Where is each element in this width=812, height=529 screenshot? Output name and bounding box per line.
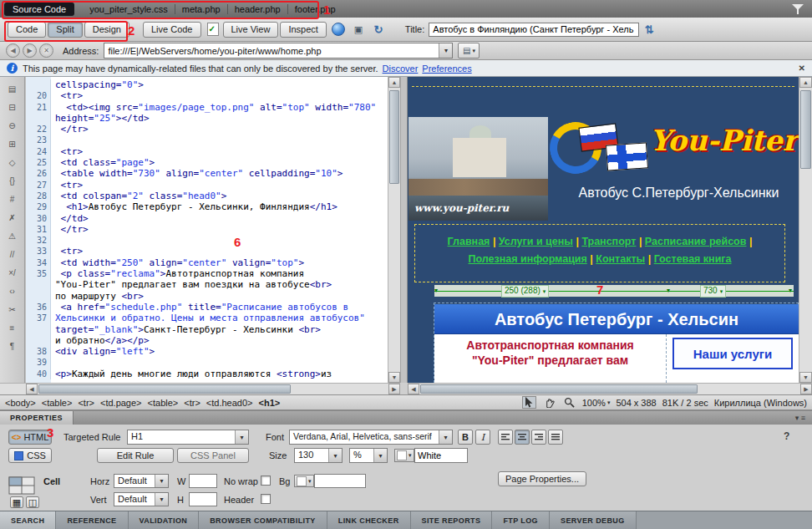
code-line[interactable]: 27 <tr> [26, 180, 388, 191]
tag-selector-item[interactable]: <td.page> [100, 398, 142, 408]
select-tool-icon[interactable] [522, 396, 536, 409]
code-line[interactable]: 30 </td> [26, 213, 388, 224]
split-view-button[interactable]: Split [48, 22, 82, 38]
panel-menu-icon[interactable]: ▾ ≡ [795, 414, 805, 422]
wrap-tag-icon[interactable]: ‹› [4, 286, 21, 297]
site-tagline[interactable]: Автобус С.Петербург-Хельсинки [562, 186, 795, 201]
align-left-button[interactable] [498, 430, 513, 445]
size-select[interactable]: 130 [294, 448, 343, 463]
collapse-selection-icon[interactable]: ⊖ [4, 120, 21, 131]
code-line[interactable]: 28 <td colspan="2" class="head0"> [26, 191, 388, 201]
nav-link[interactable]: Услуги и цены [499, 236, 573, 247]
apply-comment-icon[interactable]: // [4, 249, 21, 260]
cell-height-input[interactable] [189, 492, 217, 506]
tag-selector-item[interactable]: <tr> [184, 398, 200, 408]
scroll-right-icon[interactable]: ▶ [800, 384, 812, 394]
code-line[interactable]: target="_blank">Санкт-Петербург - Хельси… [26, 324, 388, 335]
design-view[interactable]: www.you-piter.ru You-Piter Автобус С.Пет… [408, 77, 799, 383]
design-horizontal-scrollbar[interactable]: ◀ ▶ [408, 383, 812, 394]
refresh-icon[interactable]: ↻ [371, 22, 386, 37]
check-browser-compatibility-icon[interactable] [206, 22, 221, 37]
code-line[interactable]: 38<div align="left"> [26, 346, 388, 357]
services-cell[interactable]: Наши услуги [667, 334, 799, 383]
page-heading[interactable]: Автобус Петербург - Хельсин [434, 304, 799, 334]
table-width-bar[interactable]: ▾ ▾ ▾ 250 (288) 730 [434, 285, 794, 297]
column-width-menu[interactable]: 250 (288) [501, 285, 549, 298]
size-unit-select[interactable]: % [349, 448, 388, 463]
code-line[interactable]: 22 </tr> [26, 124, 388, 135]
tag-selector-item[interactable]: <td.head0> [206, 398, 253, 408]
code-line[interactable]: 33 <tr> [26, 246, 388, 257]
code-line[interactable]: 21 <td><img src="images/page_top.png" al… [26, 102, 388, 113]
results-tab[interactable]: BROWSER COMPATIBILITY [199, 511, 327, 529]
hand-tool-icon[interactable] [542, 396, 556, 409]
code-line[interactable]: 39 [26, 357, 388, 368]
close-info-bar-icon[interactable]: ✕ [799, 64, 805, 73]
results-tab[interactable]: SEARCH [0, 511, 56, 529]
tag-selector-item[interactable]: <h1> [259, 398, 281, 408]
collapse-full-tag-icon[interactable]: ⊟ [4, 102, 21, 113]
code-line[interactable]: 26 <table width="730" align="center" cel… [26, 168, 388, 179]
promo-line-2[interactable]: "You-Piter" предлагает вам [434, 354, 666, 367]
font-select[interactable]: Verdana, Arial, Helvetica, sans-serif [289, 430, 453, 445]
recent-snippets-icon[interactable]: ✂ [4, 304, 21, 315]
site-files-icon[interactable]: ▣ [351, 22, 366, 37]
page-properties-button[interactable]: Page Properties... [498, 471, 586, 486]
code-line[interactable]: и обратно</a></p> [26, 335, 388, 346]
tag-selector-item[interactable]: <tr> [78, 398, 94, 408]
scroll-down-icon[interactable]: ▼ [388, 372, 400, 383]
page-heading-cell[interactable]: Автобус Петербург - Хельсин [434, 304, 799, 334]
browse-files-icon[interactable]: ▤ [458, 43, 480, 58]
header-checkbox[interactable] [261, 494, 271, 504]
scroll-up-icon[interactable]: ▲ [799, 77, 812, 88]
related-file-tab[interactable]: footer.php [295, 4, 336, 14]
edit-rule-button[interactable]: Edit Rule [97, 448, 174, 463]
code-line[interactable]: по маршруту <br> [26, 291, 388, 302]
code-line[interactable]: 23 [26, 135, 388, 145]
scroll-right-icon[interactable]: ▶ [388, 384, 400, 394]
bg-color-input[interactable] [314, 474, 366, 488]
scroll-thumb[interactable] [420, 384, 698, 394]
merge-cells-icon[interactable]: ▦ [10, 496, 23, 508]
scroll-down-icon[interactable]: ▼ [799, 372, 812, 383]
scroll-up-icon[interactable]: ▲ [388, 77, 400, 88]
code-line[interactable]: 24 <tr> [26, 146, 388, 157]
code-line[interactable]: "You-Piter" предлагает вам поездки на ав… [26, 279, 388, 290]
related-file-tab[interactable]: you_piter_style.css [89, 4, 168, 14]
code-line[interactable]: 40<p>Каждый день многие люди отправляютс… [26, 369, 388, 379]
results-tab[interactable]: VALIDATION [129, 511, 200, 529]
horz-select[interactable]: Default [114, 474, 169, 488]
forward-icon[interactable]: ▶ [23, 43, 37, 58]
code-vertical-scrollbar[interactable]: ▲ ▼ [388, 77, 400, 383]
code-line[interactable]: 20 <tr> [26, 90, 388, 101]
site-nav-cell[interactable]: Главная | Услуги и цены | Транспорт | Ра… [414, 224, 785, 282]
scroll-thumb[interactable] [389, 90, 399, 184]
design-view-button[interactable]: Design [84, 22, 129, 38]
promo-line-1[interactable]: Автотранспортная компания [434, 338, 666, 352]
services-heading[interactable]: Наши услуги [672, 338, 793, 369]
code-line[interactable]: 37Хельсинки и обратно. Цены и места отпр… [26, 313, 388, 323]
cell-width-input[interactable] [189, 474, 217, 488]
split-cell-icon[interactable]: ◫ [26, 496, 39, 508]
code-line[interactable]: 25 <td class="page"> [26, 157, 388, 168]
targeted-rule-select[interactable]: H1 [127, 430, 249, 445]
table-width-menu[interactable]: 730 [700, 285, 726, 298]
vert-select[interactable]: Default [114, 492, 169, 506]
window-size-indicator[interactable]: 504 x 388 [616, 398, 656, 408]
scroll-thumb[interactable] [800, 90, 811, 169]
code-line[interactable]: 31 </tr> [26, 224, 388, 235]
scroll-left-icon[interactable]: ◀ [26, 384, 38, 394]
select-parent-tag-icon[interactable]: ◇ [4, 157, 21, 168]
address-field[interactable] [104, 43, 453, 58]
remove-comment-icon[interactable]: ×/ [4, 267, 21, 278]
address-dropdown-icon[interactable] [439, 43, 452, 58]
discover-link[interactable]: Discover [383, 64, 419, 74]
source-code-tab[interactable]: Source Code [4, 3, 74, 16]
split-view-divider[interactable] [400, 77, 408, 383]
help-icon[interactable]: ? [784, 430, 789, 442]
site-logo-text[interactable]: You-Piter [650, 124, 798, 157]
move-convert-css-icon[interactable]: ≡ [4, 323, 21, 333]
code-line[interactable]: height="25"></td> [26, 113, 388, 124]
nav-link[interactable]: Расписание рейсов [645, 236, 747, 247]
nav-link[interactable]: Транспорт [581, 236, 636, 247]
